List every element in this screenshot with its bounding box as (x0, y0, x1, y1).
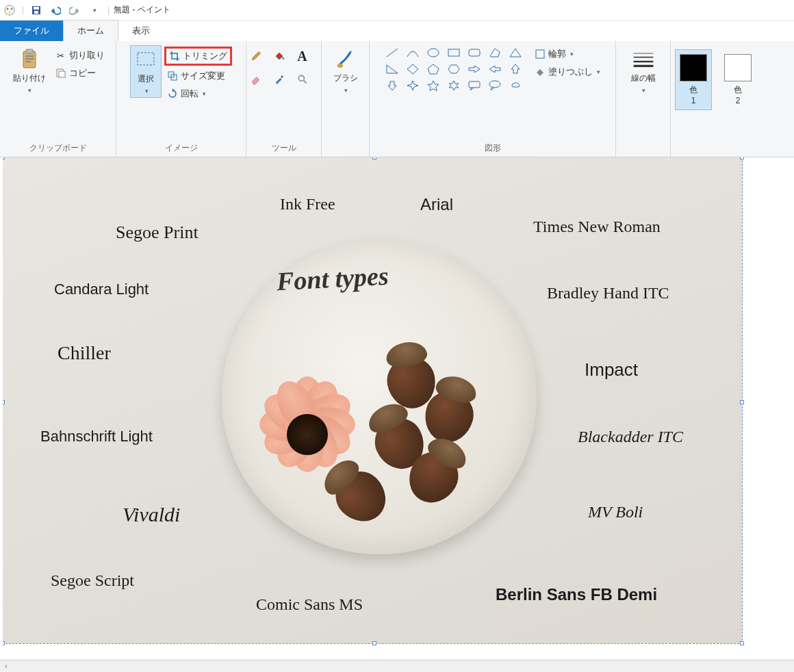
handle-w[interactable] (3, 400, 5, 404)
colors-spacer (676, 142, 754, 155)
fill-button[interactable]: 塗りつぶし (532, 64, 603, 79)
text-mvboli: MV Boli (588, 503, 643, 521)
title-bar: | | 無題 - ペイント (0, 0, 794, 21)
group-tools-label: ツール (252, 140, 316, 155)
magnifier-icon[interactable] (297, 74, 308, 85)
linewidth-button[interactable]: 線の幅 (627, 45, 660, 96)
handle-ne[interactable] (740, 157, 744, 159)
svg-rect-5 (34, 7, 39, 10)
resize-label: サイズ変更 (181, 70, 225, 82)
svg-rect-22 (448, 49, 459, 56)
svg-rect-13 (59, 71, 65, 77)
pencil-icon[interactable] (251, 51, 261, 62)
crop-button[interactable]: トリミング (164, 47, 232, 66)
redo-icon[interactable] (66, 2, 83, 18)
shape-rect[interactable] (444, 45, 463, 60)
outline-icon (535, 49, 546, 60)
shape-arrow-u[interactable] (506, 62, 525, 77)
text-berlin: Berlin Sans FB Demi (496, 585, 657, 604)
svg-rect-26 (536, 50, 544, 58)
text-inkfree: Ink Free (280, 195, 335, 214)
shape-callout-rect[interactable] (465, 78, 484, 93)
linewidth-spacer (622, 142, 665, 155)
handle-e[interactable] (740, 400, 744, 404)
shape-5star[interactable] (424, 78, 443, 93)
shape-triangle[interactable] (506, 45, 525, 60)
svg-point-25 (489, 81, 500, 88)
shape-roundrect[interactable] (465, 45, 484, 60)
resize-button[interactable]: サイズ変更 (164, 68, 232, 83)
shape-oval[interactable] (424, 45, 443, 60)
linewidth-icon (632, 48, 654, 70)
shape-polygon[interactable] (485, 45, 504, 60)
shape-line[interactable] (383, 45, 402, 60)
horizontal-scrollbar[interactable]: ‹ (0, 660, 794, 672)
group-shapes-label: 図形 (375, 140, 610, 155)
svg-point-1 (7, 8, 9, 10)
tab-view[interactable]: 表示 (118, 21, 164, 41)
app-icon (1, 2, 18, 18)
svg-rect-24 (469, 81, 480, 88)
svg-point-19 (298, 75, 304, 81)
eraser-icon[interactable] (251, 74, 261, 85)
shape-hexagon[interactable] (444, 62, 463, 77)
fill-icon (535, 66, 546, 77)
shape-rtriangle[interactable] (383, 62, 402, 77)
shape-curve[interactable] (403, 45, 422, 60)
text-arial: Arial (420, 195, 453, 214)
tab-file[interactable]: ファイル (0, 21, 63, 41)
text-title: Font types (276, 261, 389, 297)
eyedropper-icon[interactable] (274, 74, 285, 85)
paste-label: 貼り付け (13, 73, 46, 84)
rotate-button[interactable]: 回転 (164, 86, 232, 101)
separator: | (22, 5, 24, 15)
select-button[interactable]: 選択 (130, 45, 162, 98)
handle-nw[interactable] (3, 157, 5, 159)
text-blackadder: Blackadder ITC (578, 428, 683, 446)
text-impact: Impact (585, 359, 638, 380)
outline-button[interactable]: 輪郭 (532, 47, 603, 62)
shape-callout-oval[interactable] (485, 78, 504, 93)
bucket-icon[interactable] (274, 51, 285, 62)
copy-button[interactable]: コピー (53, 66, 107, 81)
color1-button[interactable]: 色 1 (675, 49, 712, 110)
undo-icon[interactable] (47, 2, 64, 18)
color2-button[interactable]: 色 2 (720, 51, 756, 108)
shape-6star[interactable] (444, 78, 463, 93)
shape-arrow-l[interactable] (485, 62, 504, 77)
svg-rect-11 (25, 61, 31, 62)
group-image: 選択 トリミング サイズ変更 回転 イメージ (116, 41, 246, 157)
qat-customize-icon[interactable] (86, 2, 102, 18)
copy-label: コピー (69, 67, 96, 79)
save-icon[interactable] (28, 2, 44, 18)
cut-button[interactable]: ✂ 切り取り (53, 48, 107, 63)
color1-label: 色 1 (689, 84, 697, 105)
shape-callout-cloud[interactable] (506, 78, 525, 93)
handle-sw[interactable] (3, 641, 5, 645)
shapes-gallery[interactable] (383, 45, 525, 93)
shape-arrow-d[interactable] (383, 78, 402, 93)
svg-rect-9 (25, 55, 34, 57)
select-label: 選択 (138, 73, 154, 85)
scroll-left-icon[interactable]: ‹ (0, 662, 12, 670)
rotate-icon (167, 88, 178, 99)
handle-n[interactable] (372, 157, 376, 159)
shape-diamond[interactable] (403, 62, 422, 77)
brushes-button[interactable]: ブラシ (329, 45, 362, 96)
brushes-label: ブラシ (333, 73, 358, 84)
shape-pentagon[interactable] (424, 62, 443, 77)
shape-4star[interactable] (403, 78, 422, 93)
handle-s[interactable] (372, 641, 376, 645)
tab-home[interactable]: ホーム (63, 20, 118, 41)
shape-arrow-r[interactable] (465, 62, 484, 77)
text-icon[interactable]: A (297, 51, 308, 62)
text-vivaldi: Vivaldi (123, 503, 180, 526)
svg-rect-14 (138, 53, 154, 65)
scissors-icon: ✂ (55, 50, 66, 61)
text-bradley: Bradley Hand ITC (547, 284, 669, 302)
select-icon (135, 49, 157, 70)
brush-icon (335, 48, 357, 70)
paste-button[interactable]: 貼り付け (9, 45, 50, 96)
handle-se[interactable] (740, 641, 744, 645)
canvas[interactable]: Font types Ink Free Arial Times New Roma… (3, 157, 742, 643)
